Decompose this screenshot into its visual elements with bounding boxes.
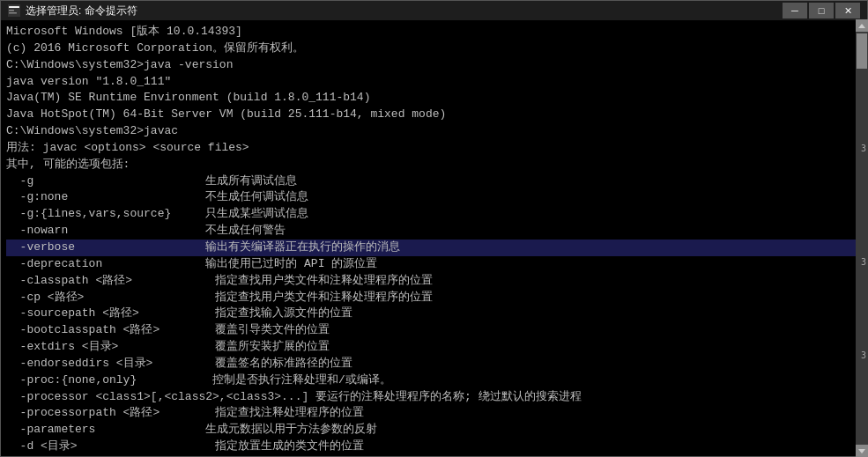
close-button[interactable]: ✕ (835, 3, 860, 18)
console-line: -endorseddirs <目录> 覆盖签名的标准路径的位置 (6, 356, 864, 372)
console-line: C:\Windows\system32>javac (6, 123, 864, 140)
scroll-thumb[interactable] (857, 33, 867, 69)
console-line: C:\Windows\system32>java -version (6, 57, 864, 74)
console-line: Java HotSpot(TM) 64-Bit Server VM (build… (6, 107, 864, 123)
svg-rect-1 (9, 6, 19, 8)
console-line: Microsoft Windows [版本 10.0.14393] (6, 24, 864, 41)
console-line: -deprecation 输出使用已过时的 API 的源位置 (6, 256, 864, 273)
cmd-icon (8, 4, 20, 17)
console-line: 其中, 可能的选项包括: (6, 157, 864, 173)
console-line: Java(TM) SE Runtime Environment (build 1… (6, 90, 864, 107)
console-line: -classpath <路径> 指定查找用户类文件和注释处理程序的位置 (6, 273, 864, 290)
console-line: -g 生成所有调试信息 (6, 173, 864, 190)
console-output: Microsoft Windows [版本 10.0.14393](c) 201… (1, 20, 867, 456)
console-line: -g:{lines,vars,source} 只生成某些调试信息 (6, 206, 864, 223)
console-line: -cp <路径> 指定查找用户类文件和注释处理程序的位置 (6, 290, 864, 306)
title-bar-controls: ─ □ ✕ (783, 3, 860, 18)
scrollbar[interactable]: 3 3 3 (856, 19, 868, 457)
title-bar: 选择管理员: 命令提示符 ─ □ ✕ (1, 1, 867, 20)
console-line: -extdirs <目录> 覆盖所安装扩展的位置 (6, 339, 864, 356)
svg-rect-3 (9, 12, 17, 14)
console-line: -d <目录> 指定放置生成的类文件的位置 (6, 439, 864, 455)
scroll-up-button[interactable] (856, 19, 868, 32)
cmd-window: 选择管理员: 命令提示符 ─ □ ✕ Microsoft Windows [版本… (0, 0, 868, 457)
console-lines: Microsoft Windows [版本 10.0.14393](c) 201… (6, 24, 864, 456)
console-line: -s <目录> 指定放置生成的源文件的位置 (6, 455, 864, 456)
title-bar-left: 选择管理员: 命令提示符 (8, 4, 137, 18)
scroll-mark-3: 3 (861, 350, 866, 360)
console-line: (c) 2016 Microsoft Corporation。保留所有权利。 (6, 41, 864, 57)
console-line: -processor <class1>[,<class2>,<class3>..… (6, 389, 864, 406)
console-line: -processorpath <路径> 指定查找注释处理程序的位置 (6, 405, 864, 422)
svg-marker-5 (858, 449, 865, 453)
scroll-mark-2: 3 (861, 257, 866, 267)
console-line: -bootclasspath <路径> 覆盖引导类文件的位置 (6, 322, 864, 339)
console-line: -parameters 生成元数据以用于方法参数的反射 (6, 422, 864, 439)
minimize-button[interactable]: ─ (783, 3, 807, 18)
svg-rect-2 (9, 10, 14, 11)
console-line: java version "1.8.0_111" (6, 74, 864, 91)
scroll-mark-1: 3 (861, 144, 866, 153)
svg-marker-4 (858, 24, 865, 28)
console-line: -sourcepath <路径> 指定查找输入源文件的位置 (6, 306, 864, 322)
maximize-button[interactable]: □ (809, 3, 834, 18)
console-line: -g:none 不生成任何调试信息 (6, 189, 864, 206)
scroll-down-button[interactable] (856, 445, 868, 457)
console-line: -proc:{none,only} 控制是否执行注释处理和/或编译。 (6, 372, 864, 389)
console-line: 用法: javac <options> <source files> (6, 140, 864, 157)
title-bar-title: 选择管理员: 命令提示符 (26, 4, 137, 18)
console-line: -verbose 输出有关编译器正在执行的操作的消息 (6, 240, 864, 256)
console-line: -nowarn 不生成任何警告 (6, 223, 864, 240)
